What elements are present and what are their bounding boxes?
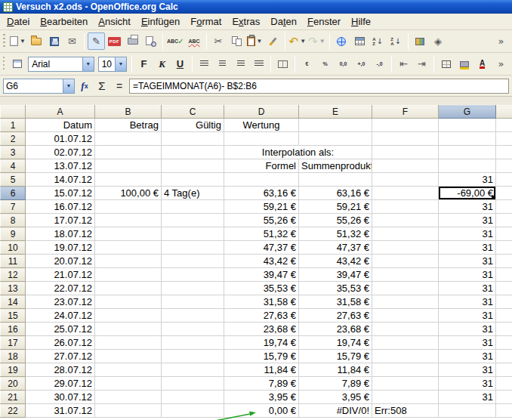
cell-B4[interactable] <box>95 159 162 173</box>
cell-G7[interactable]: 31 <box>439 200 496 214</box>
cell-F10[interactable] <box>372 241 439 255</box>
cell-E22[interactable]: #DIV/0! <box>299 404 372 418</box>
cell-G12[interactable]: 31 <box>439 268 496 282</box>
cell-D13[interactable]: 35,53 € <box>224 282 299 295</box>
cell-F16[interactable] <box>372 323 439 336</box>
cell-H2[interactable] <box>496 132 512 146</box>
cell-H10[interactable] <box>496 241 512 255</box>
column-header-E[interactable]: E <box>299 106 372 119</box>
align-right-button[interactable] <box>232 55 249 73</box>
cell-D16[interactable]: 23,68 € <box>224 323 299 336</box>
cell-C8[interactable] <box>162 214 224 227</box>
cell-D20[interactable]: 7,89 € <box>224 377 299 391</box>
sum-button[interactable]: Σ <box>94 79 109 94</box>
cell-C16[interactable] <box>162 323 224 336</box>
cell-C2[interactable] <box>162 132 224 146</box>
row-header-9[interactable]: 9 <box>1 227 26 241</box>
menu-ansicht[interactable]: Ansicht <box>93 14 136 30</box>
cell-E20[interactable]: 7,89 € <box>299 377 372 391</box>
cell-E4[interactable]: Summenprodukt <box>299 159 372 173</box>
formula-input[interactable] <box>129 79 509 94</box>
format-paintbrush-button[interactable] <box>264 32 282 50</box>
cell-H7[interactable] <box>496 200 512 214</box>
cell-E12[interactable]: 39,47 € <box>299 268 372 282</box>
cell-A5[interactable]: 14.07.12 <box>26 173 95 187</box>
toolbar-drag-handle[interactable] <box>3 34 5 49</box>
cell-C6[interactable]: 4 Tag(e) <box>162 187 224 200</box>
cell-G22[interactable] <box>439 404 496 418</box>
cell-F18[interactable] <box>372 350 439 363</box>
cell-B12[interactable] <box>95 268 162 282</box>
cell-E2[interactable] <box>299 132 372 146</box>
cell-G17[interactable]: 31 <box>439 336 496 350</box>
cell-D15[interactable]: 27,63 € <box>224 309 299 323</box>
align-justify-button[interactable] <box>250 55 267 73</box>
align-left-button[interactable] <box>196 55 213 73</box>
cell-C19[interactable] <box>162 363 224 377</box>
cell-F9[interactable] <box>372 227 439 241</box>
cell-F3[interactable] <box>372 146 439 159</box>
row-header-5[interactable]: 5 <box>1 173 26 187</box>
cell-D1[interactable]: Wertung <box>224 119 299 132</box>
cell-A11[interactable]: 20.07.12 <box>26 255 95 268</box>
cell-H13[interactable] <box>496 282 512 295</box>
cell-E7[interactable]: 59,21 € <box>299 200 372 214</box>
cell-reference-input[interactable] <box>4 79 63 93</box>
cell-H19[interactable] <box>496 363 512 377</box>
auto-spellcheck-button[interactable]: ABC <box>186 32 203 50</box>
cell-C17[interactable] <box>162 336 224 350</box>
cell-H5[interactable] <box>496 173 512 187</box>
cell-D4[interactable]: Formel <box>224 159 299 173</box>
cell-A8[interactable]: 17.07.12 <box>26 214 95 227</box>
email-button[interactable]: ✉ <box>63 32 81 50</box>
toolbar-options-button[interactable]: » <box>492 55 510 73</box>
spellcheck-button[interactable]: ABC✓ <box>166 32 185 50</box>
cell-G11[interactable]: 31 <box>439 255 496 268</box>
borders-button[interactable] <box>437 55 455 73</box>
cell-F14[interactable] <box>372 295 439 309</box>
paste-button[interactable]: ▼ <box>246 32 264 50</box>
cell-E17[interactable]: 19,74 € <box>299 336 372 350</box>
cell-G5[interactable]: 31 <box>439 173 496 187</box>
cell-B8[interactable] <box>95 214 162 227</box>
italic-button[interactable]: K <box>153 55 171 73</box>
print-button[interactable] <box>124 32 141 50</box>
cell-B5[interactable] <box>95 173 162 187</box>
cell-C18[interactable] <box>162 350 224 363</box>
cell-D22[interactable]: 0,00 € <box>224 404 299 418</box>
cell-D19[interactable]: 11,84 € <box>224 363 299 377</box>
column-header-A[interactable]: A <box>26 106 95 119</box>
cut-button[interactable]: ✂ <box>210 32 227 50</box>
cell-F6[interactable] <box>372 187 439 200</box>
cell-D5[interactable] <box>224 173 299 187</box>
row-header-15[interactable]: 15 <box>1 309 26 323</box>
cell-A10[interactable]: 19.07.12 <box>26 241 95 255</box>
cell-A18[interactable]: 27.07.12 <box>26 350 95 363</box>
cell-F13[interactable] <box>372 282 439 295</box>
cell-F20[interactable] <box>372 377 439 391</box>
cell-E16[interactable]: 23,68 € <box>299 323 372 336</box>
cell-G16[interactable]: 31 <box>439 323 496 336</box>
format-currency-button[interactable]: € <box>298 55 316 73</box>
cell-B15[interactable] <box>95 309 162 323</box>
bold-button[interactable]: F <box>135 55 153 73</box>
cell-H8[interactable] <box>496 214 512 227</box>
column-header-B[interactable]: B <box>95 106 162 119</box>
cell-B22[interactable] <box>95 404 162 418</box>
cell-H14[interactable] <box>496 295 512 309</box>
merge-cells-button[interactable] <box>274 55 291 73</box>
copy-button[interactable] <box>228 32 245 50</box>
cell-H22[interactable] <box>496 404 512 418</box>
row-header-11[interactable]: 11 <box>1 255 26 268</box>
cell-D2[interactable] <box>224 132 299 146</box>
cell-A16[interactable]: 25.07.12 <box>26 323 95 336</box>
hyperlink-button[interactable] <box>333 32 350 50</box>
cell-A14[interactable]: 23.07.12 <box>26 295 95 309</box>
cell-D21[interactable]: 3,95 € <box>224 391 299 404</box>
cell-G13[interactable]: 31 <box>439 282 496 295</box>
cell-F8[interactable] <box>372 214 439 227</box>
cell-C11[interactable] <box>162 255 224 268</box>
menu-format[interactable]: Format <box>185 14 227 30</box>
cell-C7[interactable] <box>162 200 224 214</box>
cell-D9[interactable]: 51,32 € <box>224 227 299 241</box>
